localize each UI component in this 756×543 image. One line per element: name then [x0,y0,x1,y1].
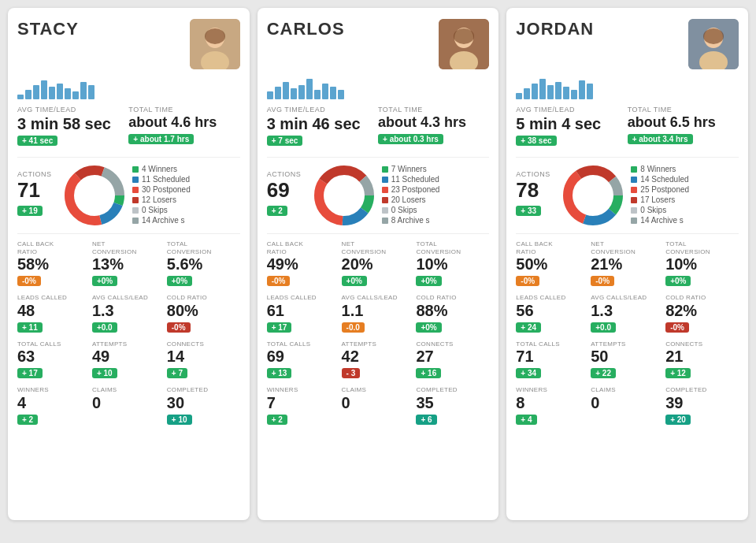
stat-value: 13% [92,255,165,273]
legend-item: 8 Archive s [382,216,490,225]
stat-label: CLAIMS [92,386,165,394]
legend-item: 0 Skips [631,206,739,214]
divider [516,157,739,158]
mini-bar [72,91,79,99]
stat-cell: CONNECTS 14 + 7 [167,340,240,384]
agent-card-jordan: JORDAN AVG TIME/LEAD 5 min 4 sec + 38 se… [506,8,748,520]
stat-value: 1.3 [92,302,165,319]
legend-dot [132,166,139,173]
legend-label: 0 Skips [640,206,666,214]
donut-container [313,164,376,227]
stat-label: TOTALCONVERSION [416,240,489,255]
stat-cell: LEADS CALLED 48 + 11 [17,294,91,337]
mini-chart [17,74,240,99]
legend-dot [631,166,637,173]
stat-badge: +0% [416,276,441,286]
stat-label: COLD RATIO [167,294,240,302]
avg-time-badge: + 7 sec [267,136,303,146]
stat-label: NETCONVERSION [92,240,165,255]
divider [17,157,240,158]
stat-cell: AVG CALLS/LEAD 1.3 +0.0 [591,294,664,337]
legend-dot [382,187,388,193]
avg-time-badge: + 41 sec [17,136,57,146]
stat-cell: TOTAL CALLS 71 + 34 [516,340,589,384]
legend-item: 11 Scheduled [132,175,240,184]
actions-label: ACTIONS [17,170,57,178]
svg-point-23 [703,28,724,44]
legend-label: 17 Losers [640,195,675,204]
avg-time-block: AVG TIME/LEAD 5 min 4 sec + 38 sec [516,106,627,151]
stat-value: 1.3 [591,302,664,319]
total-time-label: TOTAL TIME [128,106,239,113]
stat-badge: + 10 [167,415,192,425]
avg-time-block: AVG TIME/LEAD 3 min 46 sec + 7 sec [267,106,378,151]
legend-item: 0 Skips [382,206,490,214]
stat-label: TOTAL CALLS [516,340,589,348]
stat-badge: -0% [591,276,614,286]
stat-value: 49 [92,348,165,365]
stat-badge: +0% [665,276,691,286]
stat-label: COMPLETED [416,386,489,394]
card-header: STACY [17,19,240,69]
stat-badge: -0% [267,276,291,286]
stat-badge: +0.0 [591,322,616,333]
stat-badge: + 10 [92,368,117,378]
stat-cell: WINNERS 8 + 4 [516,386,589,430]
mini-chart [267,74,490,99]
mini-bar [587,84,593,99]
stat-label: AVG CALLS/LEAD [342,294,415,302]
donut-container [561,164,624,227]
legend-item: 7 Winners [382,165,490,173]
actions-left: ACTIONS 71 + 19 [17,170,57,221]
stat-label: LEADS CALLED [17,294,91,302]
legend-item: 23 Postponed [382,185,490,194]
stat-label: CONNECTS [665,340,739,348]
legend-label: 30 Postponed [142,185,191,194]
legend-item: 8 Winners [631,165,739,173]
legend-dot [382,207,388,214]
legend-dot [631,218,637,224]
stat-badge: -0% [167,322,191,333]
stat-value: 80% [167,302,240,319]
legend: 4 Winners 11 Scheduled 30 Postponed 12 L… [132,165,240,226]
stat-badge: + 34 [516,368,541,378]
legend-label: 14 Archive s [142,216,184,225]
stat-label: LEADS CALLED [267,294,340,302]
mini-bar [322,84,328,99]
stat-value: 5.6% [167,255,240,273]
stat-cell: CONNECTS 21 + 12 [665,340,739,384]
stat-value: 7 [267,394,340,411]
avatar-image [190,19,240,69]
legend: 7 Winners 11 Scheduled 23 Postponed 20 L… [382,165,490,226]
legend-dot [132,197,139,203]
stat-cell: ATTEMPTS 42 - 3 [342,340,415,384]
stat-value: 30 [167,394,240,411]
stat-badge: + 7 [167,368,187,378]
actions-left: ACTIONS 69 + 2 [267,170,306,221]
svg-point-3 [205,28,225,44]
avatar-image [688,19,739,69]
divider2 [17,233,240,234]
stat-value: 21% [591,255,664,273]
legend-dot [132,187,139,193]
divider2 [516,233,739,234]
stat-badge: + 17 [267,322,292,333]
stat-value: 49% [267,255,340,273]
legend-label: 12 Losers [142,195,176,204]
legend-label: 7 Winners [391,165,427,173]
legend-label: 11 Scheduled [391,175,439,184]
actions-badge: + 33 [516,206,541,216]
stat-cell: TOTAL CALLS 63 + 17 [17,340,91,384]
stat-cell: COLD RATIO 82% -0% [665,294,739,337]
legend-dot [631,177,637,183]
avg-time-label: AVG TIME/LEAD [267,106,378,113]
stat-cell: CONNECTS 27 + 16 [416,340,489,384]
stat-value: 50% [516,255,589,273]
stat-badge: +0% [342,276,367,286]
time-section: AVG TIME/LEAD 3 min 46 sec + 7 sec TOTAL… [267,106,490,151]
legend-item: 14 Scheduled [631,175,739,184]
total-time-block: TOTAL TIME about 4.3 hrs + about 0.3 hrs [378,106,489,151]
stat-cell: CALL BACKRATIO 50% -0% [516,240,589,291]
stat-cell: LEADS CALLED 56 + 24 [516,294,589,337]
legend-label: 25 Postponed [640,185,689,194]
